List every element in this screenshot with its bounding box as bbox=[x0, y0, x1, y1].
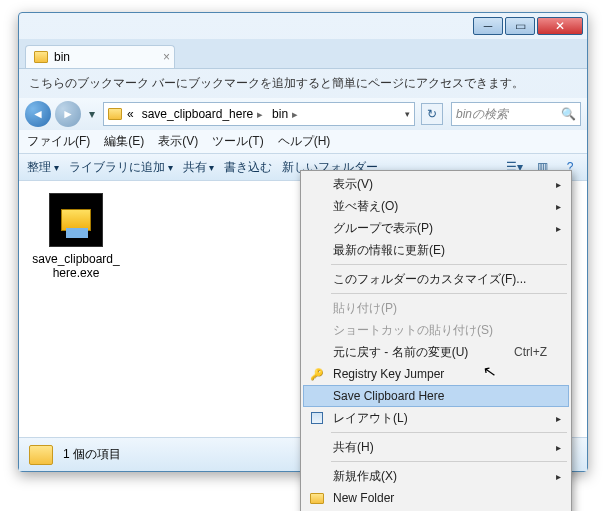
burn-button[interactable]: 書き込む bbox=[224, 159, 272, 176]
layout-icon bbox=[311, 412, 323, 424]
search-icon: 🔍 bbox=[561, 107, 576, 121]
forward-button[interactable]: ► bbox=[55, 101, 81, 127]
context-menu: 表示(V)▸ 並べ替え(O)▸ グループで表示(P)▸ 最新の情報に更新(E) … bbox=[300, 170, 572, 511]
add-library-button[interactable]: ライブラリに追加 bbox=[69, 159, 173, 176]
titlebar: ─ ▭ ✕ bbox=[19, 13, 587, 39]
menu-tool[interactable]: ツール(T) bbox=[212, 133, 263, 150]
ctx-undo[interactable]: 元に戻す - 名前の変更(U)Ctrl+Z bbox=[303, 341, 569, 363]
status-text: 1 個の項目 bbox=[63, 446, 121, 463]
menu-bar: ファイル(F) 編集(E) 表示(V) ツール(T) ヘルプ(H) bbox=[19, 130, 587, 153]
ctx-share[interactable]: 共有(H)▸ bbox=[303, 436, 569, 458]
file-item[interactable]: save_clipboard_here.exe bbox=[31, 193, 121, 281]
organize-button[interactable]: 整理 bbox=[27, 159, 59, 176]
folder-icon bbox=[34, 51, 48, 63]
separator bbox=[331, 264, 567, 265]
ctx-sort[interactable]: 並べ替え(O)▸ bbox=[303, 195, 569, 217]
separator bbox=[331, 293, 567, 294]
bookmark-infobar: こちらのブックマーク バーにブックマークを追加すると簡単にページにアクセスできま… bbox=[19, 69, 587, 98]
file-name: save_clipboard_here.exe bbox=[31, 252, 121, 281]
key-icon: 🔑 bbox=[310, 368, 324, 381]
folder-icon bbox=[108, 108, 122, 120]
folder-icon bbox=[310, 493, 324, 504]
close-tab-icon[interactable]: × bbox=[163, 50, 170, 64]
ctx-customize[interactable]: このフォルダーのカスタマイズ(F)... bbox=[303, 268, 569, 290]
ctx-registry-key-jumper[interactable]: 🔑Registry Key Jumper bbox=[303, 363, 569, 385]
back-button[interactable]: ◄ bbox=[25, 101, 51, 127]
close-button[interactable]: ✕ bbox=[537, 17, 583, 35]
ctx-save-clipboard-here[interactable]: Save Clipboard Here bbox=[303, 385, 569, 407]
search-placeholder: binの検索 bbox=[456, 106, 508, 123]
ctx-paste: 貼り付け(P) bbox=[303, 297, 569, 319]
ctx-layout[interactable]: レイアウト(L)▸ bbox=[303, 407, 569, 429]
crumb-parent[interactable]: save_clipboard_here ▸ bbox=[139, 107, 267, 121]
separator bbox=[331, 432, 567, 433]
ctx-new-folder[interactable]: New Folder bbox=[303, 487, 569, 509]
menu-file[interactable]: ファイル(F) bbox=[27, 133, 90, 150]
breadcrumb-dropdown[interactable]: ▾ bbox=[403, 109, 410, 119]
minimize-button[interactable]: ─ bbox=[473, 17, 503, 35]
tab-label: bin bbox=[54, 50, 70, 64]
chevron-right-icon: ▸ bbox=[291, 108, 299, 121]
navigation-bar: ◄ ► ▾ « save_clipboard_here ▸ bin ▸ ▾ ↻ … bbox=[19, 98, 587, 130]
tab-bin[interactable]: bin × bbox=[25, 45, 175, 68]
menu-edit[interactable]: 編集(E) bbox=[104, 133, 144, 150]
nav-history-dropdown[interactable]: ▾ bbox=[85, 107, 99, 121]
folder-icon bbox=[29, 445, 53, 465]
crumb-up[interactable]: « bbox=[124, 107, 137, 121]
refresh-button[interactable]: ↻ bbox=[421, 103, 443, 125]
ctx-paste-shortcut: ショートカットの貼り付け(S) bbox=[303, 319, 569, 341]
ctx-new[interactable]: 新規作成(X)▸ bbox=[303, 465, 569, 487]
menu-view[interactable]: 表示(V) bbox=[158, 133, 198, 150]
maximize-button[interactable]: ▭ bbox=[505, 17, 535, 35]
ctx-group[interactable]: グループで表示(P)▸ bbox=[303, 217, 569, 239]
crumb-current[interactable]: bin ▸ bbox=[269, 107, 302, 121]
ctx-refresh[interactable]: 最新の情報に更新(E) bbox=[303, 239, 569, 261]
share-button[interactable]: 共有 bbox=[183, 159, 215, 176]
separator bbox=[331, 461, 567, 462]
ctx-view[interactable]: 表示(V)▸ bbox=[303, 173, 569, 195]
menu-help[interactable]: ヘルプ(H) bbox=[278, 133, 331, 150]
breadcrumb[interactable]: « save_clipboard_here ▸ bin ▸ ▾ bbox=[103, 102, 415, 126]
tab-strip: bin × bbox=[19, 39, 587, 69]
chevron-right-icon: ▸ bbox=[256, 108, 264, 121]
search-input[interactable]: binの検索 🔍 bbox=[451, 102, 581, 126]
exe-icon bbox=[49, 193, 103, 247]
